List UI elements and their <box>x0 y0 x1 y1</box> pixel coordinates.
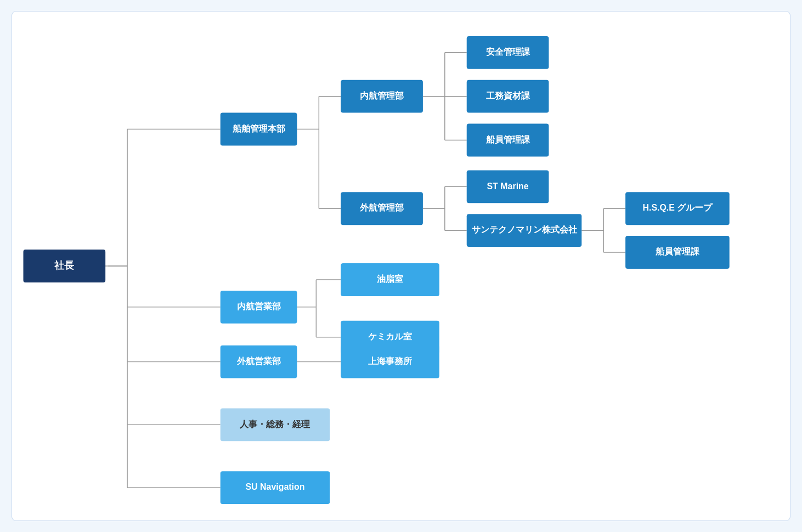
label-chemical: ケミカル室 <box>368 331 412 341</box>
label-president: 社長 <box>54 260 75 271</box>
label-sun-techno: サンテクノマリン株式会社 <box>472 224 578 234</box>
label-oil: 油脂室 <box>377 274 403 284</box>
label-crew-mgmt: 船員管理課 <box>485 134 530 144</box>
label-su-nav: SU Navigation <box>245 482 304 491</box>
org-chart-container: 社長 船舶管理本部 内航管理部 外航管理部 安全管理課 工務資材課 船員管理課 … <box>12 11 790 521</box>
label-hr-admin: 人事・総務・経理 <box>239 420 310 429</box>
label-inland-sales: 内航営業部 <box>237 301 281 311</box>
label-overseas-mgmt: 外航管理部 <box>359 202 404 212</box>
label-hsqe: H.S.Q.E グループ <box>642 202 713 212</box>
label-ship-mgmt: 船舶管理本部 <box>232 123 285 133</box>
label-crew-mgmt2: 船員管理課 <box>655 246 700 256</box>
label-st-marine: ST Marine <box>487 182 528 191</box>
label-inland-mgmt: 内航管理部 <box>360 90 404 100</box>
label-shanghai: 上海事務所 <box>368 356 413 366</box>
label-engineering: 工務資材課 <box>486 90 530 100</box>
label-overseas-sales: 外航営業部 <box>236 356 281 366</box>
label-safety: 安全管理課 <box>485 47 530 56</box>
